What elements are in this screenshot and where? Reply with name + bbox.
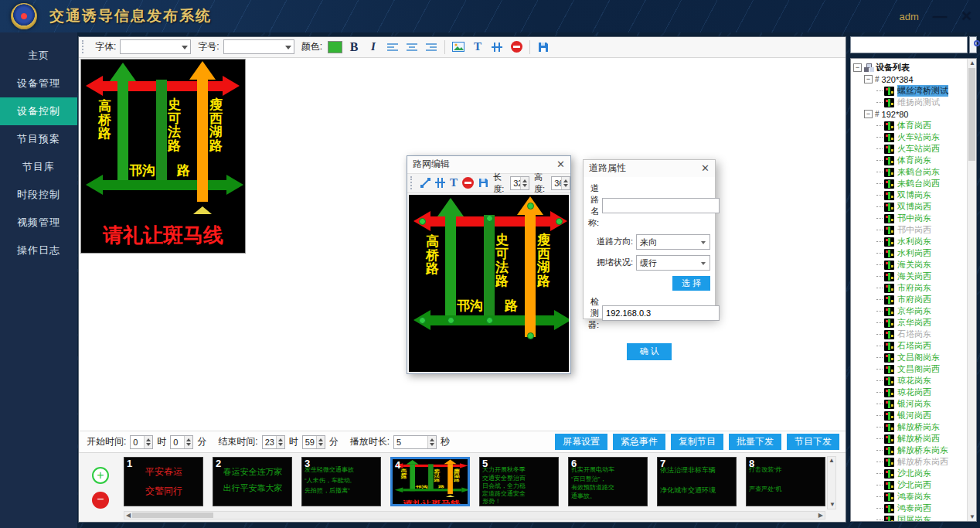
tree-device-item[interactable]: 京华岗东 bbox=[853, 305, 976, 317]
tree-device-item[interactable]: 火车站岗西 bbox=[853, 143, 976, 155]
scroll-down-icon[interactable]: ▼ bbox=[829, 501, 835, 509]
tree-device-item[interactable]: 石塔岗西 bbox=[853, 340, 976, 352]
height-spinner[interactable]: 368 bbox=[551, 176, 570, 190]
end-minute-spinner[interactable]: 59 bbox=[302, 435, 325, 449]
edit-handle[interactable] bbox=[527, 332, 534, 339]
props-dialog-titlebar[interactable]: 道路属性 ✕ bbox=[584, 160, 715, 177]
expander-icon[interactable]: − bbox=[864, 75, 873, 83]
tree-device-item[interactable]: 邗中岗西 bbox=[853, 224, 976, 236]
tree-device-item[interactable]: 鸿泰岗西 bbox=[853, 502, 976, 514]
edit-handle[interactable] bbox=[486, 215, 493, 222]
tree-device-item[interactable]: 海关岗西 bbox=[853, 271, 976, 282]
duration-spinner[interactable]: 5 bbox=[393, 435, 437, 449]
tree-root[interactable]: −设备列表 bbox=[853, 62, 976, 73]
expander-icon[interactable]: − bbox=[853, 63, 862, 72]
sidebar-item[interactable]: 设备控制 bbox=[0, 97, 77, 125]
italic-button[interactable]: I bbox=[366, 39, 381, 55]
tree-device-item[interactable]: 体育岗西 bbox=[853, 120, 976, 131]
tree-device-item[interactable]: 市府岗东 bbox=[853, 282, 976, 294]
scrollbar-thumb[interactable] bbox=[132, 513, 213, 518]
tree-scrollbar[interactable]: ▲ ▼ bbox=[967, 59, 976, 521]
line-tool-button[interactable] bbox=[420, 175, 430, 191]
insert-road-button[interactable] bbox=[489, 39, 505, 55]
action-button[interactable]: 复制节目 bbox=[671, 434, 723, 450]
delete-tool-button[interactable] bbox=[462, 175, 474, 191]
tree-device-item[interactable]: 国展岗东 bbox=[853, 514, 976, 522]
program-thumb[interactable]: 1平安春运交警同行 bbox=[124, 457, 203, 506]
spinner-arrows[interactable] bbox=[561, 177, 570, 189]
edit-handle[interactable] bbox=[419, 218, 426, 225]
tree-device-item[interactable]: 体育岗东 bbox=[853, 155, 976, 166]
start-minute-spinner[interactable]: 0 bbox=[170, 435, 193, 449]
tree-device-item[interactable]: 鸿泰岗东 bbox=[853, 491, 976, 502]
road-tool-button[interactable] bbox=[435, 175, 445, 191]
spinner-arrows[interactable] bbox=[276, 436, 284, 448]
tree-device-item[interactable]: 琼花岗东 bbox=[853, 375, 976, 387]
tree-device-item[interactable]: 解放桥东岗西 bbox=[853, 456, 976, 468]
remove-program-button[interactable]: − bbox=[92, 492, 109, 509]
size-select[interactable] bbox=[223, 39, 294, 54]
tree-device-item[interactable]: 水利岗东 bbox=[853, 236, 976, 247]
program-thumb[interactable]: 8打击改装“炸严查严处“机 bbox=[746, 457, 825, 506]
scroll-down-icon[interactable]: ▼ bbox=[969, 513, 975, 520]
spinner-arrows[interactable] bbox=[520, 177, 529, 189]
action-button[interactable]: 批量下发 bbox=[729, 434, 781, 450]
tree-device-item[interactable]: 水利岗西 bbox=[853, 247, 976, 259]
tree-device-item[interactable]: 文昌阁岗东 bbox=[853, 352, 976, 363]
tree-device-item[interactable]: 解放桥岗西 bbox=[853, 433, 976, 445]
sidebar-item[interactable]: 操作日志 bbox=[0, 237, 77, 264]
program-thumb[interactable]: 5大力开展秋冬季交通安全整治百日会战，全力稳定道路交通安全形势！ bbox=[479, 457, 559, 506]
roadnet-canvas[interactable]: 高 桥 路史 可 法 路瘦 西 湖 路邗沟路 bbox=[409, 195, 569, 372]
bold-button[interactable]: B bbox=[346, 39, 362, 55]
program-thumb[interactable]: 6扎实开展电动车“百日整治”，有效预防道路交通事故。 bbox=[568, 457, 648, 506]
tree-device-item[interactable]: 沙北岗东 bbox=[853, 468, 976, 479]
tree-device-item[interactable]: 银河岗东 bbox=[853, 398, 976, 410]
save-button[interactable] bbox=[536, 39, 551, 55]
align-left-button[interactable] bbox=[385, 39, 400, 55]
congestion-select[interactable]: 缓行 bbox=[636, 255, 710, 271]
tree-device-item[interactable]: 解放桥岗东 bbox=[853, 421, 976, 433]
color-swatch[interactable] bbox=[328, 41, 342, 53]
edit-handle[interactable] bbox=[486, 317, 493, 324]
edit-handle[interactable] bbox=[447, 317, 454, 324]
tree-device-item[interactable]: 双博岗东 bbox=[853, 189, 976, 201]
road-sign-canvas[interactable]: 高 桥 路史 可 法 路瘦 西 湖 路邗沟路 bbox=[409, 195, 569, 372]
align-right-button[interactable] bbox=[424, 39, 439, 55]
tree-device-item[interactable]: 火车站岗东 bbox=[853, 131, 976, 143]
tree-device-item[interactable]: 石塔岗东 bbox=[853, 329, 976, 340]
tree-device-item[interactable]: 来鹤台岗西 bbox=[853, 178, 976, 189]
tree-device-item[interactable]: 解放桥东岗东 bbox=[853, 445, 976, 456]
sidebar-item[interactable]: 节目预案 bbox=[0, 125, 77, 153]
program-thumb[interactable]: 3发生轻微交通事故“人未伤，车能动,先拍照，后撤离” bbox=[301, 457, 381, 506]
tree-device-item[interactable]: 邗中岗东 bbox=[853, 213, 976, 224]
edit-handle[interactable] bbox=[527, 203, 534, 209]
tree-device-item[interactable]: 京华岗西 bbox=[853, 317, 976, 329]
scroll-right-icon[interactable]: ▶ bbox=[818, 513, 823, 519]
sidebar-item[interactable]: 节目库 bbox=[0, 153, 77, 181]
tree-device-item[interactable]: 来鹤台岗东 bbox=[853, 166, 976, 178]
tree-device-item[interactable]: 文昌阁岗西 bbox=[853, 363, 976, 375]
tree-group[interactable]: −#192*80 bbox=[853, 108, 976, 120]
tree-device-item[interactable]: 市府岗西 bbox=[853, 294, 976, 305]
scrollbar-thumb[interactable] bbox=[968, 68, 975, 161]
length-spinner[interactable]: 320 bbox=[510, 176, 529, 190]
program-thumb[interactable]: 7依法治理非标车辆净化城市交通环境 bbox=[657, 457, 737, 506]
vertical-scrollbar[interactable]: ▲ ▼ bbox=[827, 456, 836, 509]
minimize-icon[interactable]: — bbox=[933, 9, 947, 23]
end-hour-spinner[interactable]: 23 bbox=[262, 435, 285, 449]
horizontal-scrollbar[interactable]: ◀ ▶ bbox=[124, 511, 825, 519]
tree-device-item[interactable]: 沙北岗西 bbox=[853, 479, 976, 491]
action-button[interactable]: 紧急事件 bbox=[613, 434, 665, 450]
tree-device-item[interactable]: 银河岗西 bbox=[853, 410, 976, 421]
sidebar-item[interactable]: 视频管理 bbox=[0, 209, 77, 237]
close-icon[interactable]: ✕ bbox=[556, 158, 565, 170]
edit-handle[interactable] bbox=[419, 317, 426, 324]
sidebar-item[interactable]: 主页 bbox=[0, 42, 77, 70]
add-program-button[interactable]: + bbox=[92, 467, 109, 484]
insert-text-button[interactable]: T bbox=[470, 39, 485, 55]
roadnet-dialog-titlebar[interactable]: 路网编辑 ✕ bbox=[407, 156, 570, 173]
edit-handle[interactable] bbox=[556, 218, 563, 225]
tree-device-item[interactable]: 海关岗东 bbox=[853, 259, 976, 271]
spinner-arrows[interactable] bbox=[427, 436, 436, 448]
confirm-button[interactable]: 确 认 bbox=[627, 343, 671, 360]
